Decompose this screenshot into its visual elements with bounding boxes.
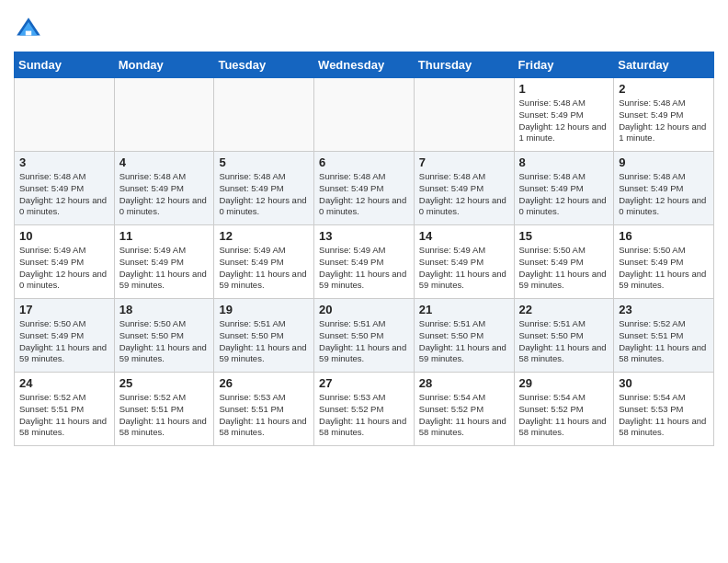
calendar-day-cell (314, 78, 415, 152)
day-info: Sunrise: 5:53 AM Sunset: 5:51 PM Dayligh… (219, 392, 309, 439)
day-info: Sunrise: 5:48 AM Sunset: 5:49 PM Dayligh… (319, 171, 409, 218)
day-number: 24 (19, 376, 109, 390)
day-info: Sunrise: 5:48 AM Sunset: 5:49 PM Dayligh… (619, 171, 709, 218)
calendar-day-cell: 23Sunrise: 5:52 AM Sunset: 5:51 PM Dayli… (614, 299, 714, 373)
day-info: Sunrise: 5:50 AM Sunset: 5:50 PM Dayligh… (119, 318, 210, 365)
day-number: 22 (519, 303, 609, 316)
day-info: Sunrise: 5:49 AM Sunset: 5:49 PM Dayligh… (19, 245, 109, 292)
day-number: 20 (319, 303, 409, 316)
day-info: Sunrise: 5:52 AM Sunset: 5:51 PM Dayligh… (19, 392, 109, 439)
day-number: 26 (219, 376, 309, 390)
day-info: Sunrise: 5:50 AM Sunset: 5:49 PM Dayligh… (19, 318, 109, 365)
calendar-week-row: 3Sunrise: 5:48 AM Sunset: 5:49 PM Daylig… (15, 152, 714, 225)
day-info: Sunrise: 5:48 AM Sunset: 5:49 PM Dayligh… (419, 171, 509, 218)
day-header-saturday: Saturday (614, 52, 714, 78)
day-number: 15 (519, 229, 609, 243)
day-number: 9 (619, 155, 709, 169)
calendar-day-cell: 2Sunrise: 5:48 AM Sunset: 5:49 PM Daylig… (614, 78, 714, 152)
calendar-day-cell: 14Sunrise: 5:49 AM Sunset: 5:49 PM Dayli… (414, 225, 514, 299)
calendar-day-cell (414, 78, 514, 152)
day-info: Sunrise: 5:52 AM Sunset: 5:51 PM Dayligh… (619, 318, 709, 365)
day-info: Sunrise: 5:54 AM Sunset: 5:52 PM Dayligh… (419, 392, 509, 439)
calendar-day-cell: 5Sunrise: 5:48 AM Sunset: 5:49 PM Daylig… (214, 152, 314, 225)
day-info: Sunrise: 5:48 AM Sunset: 5:49 PM Dayligh… (119, 171, 210, 218)
day-info: Sunrise: 5:48 AM Sunset: 5:49 PM Dayligh… (19, 171, 109, 218)
day-info: Sunrise: 5:48 AM Sunset: 5:49 PM Dayligh… (219, 171, 309, 218)
day-number: 17 (19, 303, 109, 316)
day-number: 21 (419, 303, 509, 316)
calendar-day-cell: 6Sunrise: 5:48 AM Sunset: 5:49 PM Daylig… (314, 152, 415, 225)
calendar-day-cell: 11Sunrise: 5:49 AM Sunset: 5:49 PM Dayli… (114, 225, 214, 299)
calendar-table: SundayMondayTuesdayWednesdayThursdayFrid… (14, 52, 714, 446)
day-number: 6 (319, 155, 409, 169)
day-info: Sunrise: 5:52 AM Sunset: 5:51 PM Dayligh… (119, 392, 210, 439)
logo-icon (14, 15, 43, 44)
day-number: 12 (219, 229, 309, 243)
calendar-day-cell: 3Sunrise: 5:48 AM Sunset: 5:49 PM Daylig… (15, 152, 115, 225)
calendar-day-cell: 16Sunrise: 5:50 AM Sunset: 5:49 PM Dayli… (614, 225, 714, 299)
calendar-day-cell: 20Sunrise: 5:51 AM Sunset: 5:50 PM Dayli… (314, 299, 415, 373)
calendar-day-cell: 22Sunrise: 5:51 AM Sunset: 5:50 PM Dayli… (514, 299, 614, 373)
calendar-day-cell: 24Sunrise: 5:52 AM Sunset: 5:51 PM Dayli… (15, 373, 115, 446)
calendar-day-cell: 30Sunrise: 5:54 AM Sunset: 5:53 PM Dayli… (614, 373, 714, 446)
day-number: 5 (219, 155, 309, 169)
calendar-day-cell: 10Sunrise: 5:49 AM Sunset: 5:49 PM Dayli… (15, 225, 115, 299)
day-header-tuesday: Tuesday (214, 52, 314, 78)
calendar-day-cell: 27Sunrise: 5:53 AM Sunset: 5:52 PM Dayli… (314, 373, 415, 446)
day-info: Sunrise: 5:49 AM Sunset: 5:49 PM Dayligh… (119, 245, 210, 292)
day-number: 16 (619, 229, 709, 243)
day-number: 18 (119, 303, 210, 316)
logo (14, 15, 47, 44)
day-info: Sunrise: 5:54 AM Sunset: 5:52 PM Dayligh… (519, 392, 609, 439)
svg-rect-2 (26, 31, 31, 36)
calendar-day-cell: 1Sunrise: 5:48 AM Sunset: 5:49 PM Daylig… (514, 78, 614, 152)
day-info: Sunrise: 5:48 AM Sunset: 5:49 PM Dayligh… (619, 98, 709, 144)
day-number: 4 (119, 155, 210, 169)
calendar-day-cell (15, 78, 115, 152)
day-number: 28 (419, 376, 509, 390)
day-number: 25 (119, 376, 210, 390)
day-info: Sunrise: 5:48 AM Sunset: 5:49 PM Dayligh… (519, 98, 609, 144)
calendar-day-cell: 21Sunrise: 5:51 AM Sunset: 5:50 PM Dayli… (414, 299, 514, 373)
day-info: Sunrise: 5:50 AM Sunset: 5:49 PM Dayligh… (619, 245, 709, 292)
calendar-day-cell: 26Sunrise: 5:53 AM Sunset: 5:51 PM Dayli… (214, 373, 314, 446)
calendar-day-cell: 9Sunrise: 5:48 AM Sunset: 5:49 PM Daylig… (614, 152, 714, 225)
calendar-day-cell: 18Sunrise: 5:50 AM Sunset: 5:50 PM Dayli… (114, 299, 214, 373)
day-info: Sunrise: 5:49 AM Sunset: 5:49 PM Dayligh… (419, 245, 509, 292)
day-number: 8 (519, 155, 609, 169)
day-header-monday: Monday (114, 52, 214, 78)
day-info: Sunrise: 5:51 AM Sunset: 5:50 PM Dayligh… (319, 318, 409, 365)
day-number: 11 (119, 229, 210, 243)
calendar-week-row: 17Sunrise: 5:50 AM Sunset: 5:49 PM Dayli… (15, 299, 714, 373)
calendar-day-cell: 17Sunrise: 5:50 AM Sunset: 5:49 PM Dayli… (15, 299, 115, 373)
day-number: 7 (419, 155, 509, 169)
calendar-day-cell: 29Sunrise: 5:54 AM Sunset: 5:52 PM Dayli… (514, 373, 614, 446)
day-header-thursday: Thursday (414, 52, 514, 78)
day-header-sunday: Sunday (15, 52, 115, 78)
day-number: 19 (219, 303, 309, 316)
page: SundayMondayTuesdayWednesdayThursdayFrid… (0, 0, 728, 460)
day-number: 23 (619, 303, 709, 316)
day-info: Sunrise: 5:48 AM Sunset: 5:49 PM Dayligh… (519, 171, 609, 218)
day-info: Sunrise: 5:53 AM Sunset: 5:52 PM Dayligh… (319, 392, 409, 439)
day-number: 10 (19, 229, 109, 243)
calendar-day-cell: 28Sunrise: 5:54 AM Sunset: 5:52 PM Dayli… (414, 373, 514, 446)
day-number: 1 (519, 82, 609, 96)
calendar-day-cell: 7Sunrise: 5:48 AM Sunset: 5:49 PM Daylig… (414, 152, 514, 225)
calendar-day-cell (114, 78, 214, 152)
day-number: 3 (19, 155, 109, 169)
calendar-day-cell: 12Sunrise: 5:49 AM Sunset: 5:49 PM Dayli… (214, 225, 314, 299)
day-info: Sunrise: 5:51 AM Sunset: 5:50 PM Dayligh… (419, 318, 509, 365)
day-info: Sunrise: 5:51 AM Sunset: 5:50 PM Dayligh… (219, 318, 309, 365)
calendar-day-cell: 13Sunrise: 5:49 AM Sunset: 5:49 PM Dayli… (314, 225, 415, 299)
calendar-day-cell: 8Sunrise: 5:48 AM Sunset: 5:49 PM Daylig… (514, 152, 614, 225)
day-info: Sunrise: 5:51 AM Sunset: 5:50 PM Dayligh… (519, 318, 609, 365)
day-info: Sunrise: 5:50 AM Sunset: 5:49 PM Dayligh… (519, 245, 609, 292)
day-info: Sunrise: 5:54 AM Sunset: 5:53 PM Dayligh… (619, 392, 709, 439)
day-number: 27 (319, 376, 409, 390)
day-info: Sunrise: 5:49 AM Sunset: 5:49 PM Dayligh… (319, 245, 409, 292)
day-number: 2 (619, 82, 709, 96)
header (14, 9, 714, 44)
calendar-day-cell: 25Sunrise: 5:52 AM Sunset: 5:51 PM Dayli… (114, 373, 214, 446)
calendar-header-row: SundayMondayTuesdayWednesdayThursdayFrid… (15, 52, 714, 78)
